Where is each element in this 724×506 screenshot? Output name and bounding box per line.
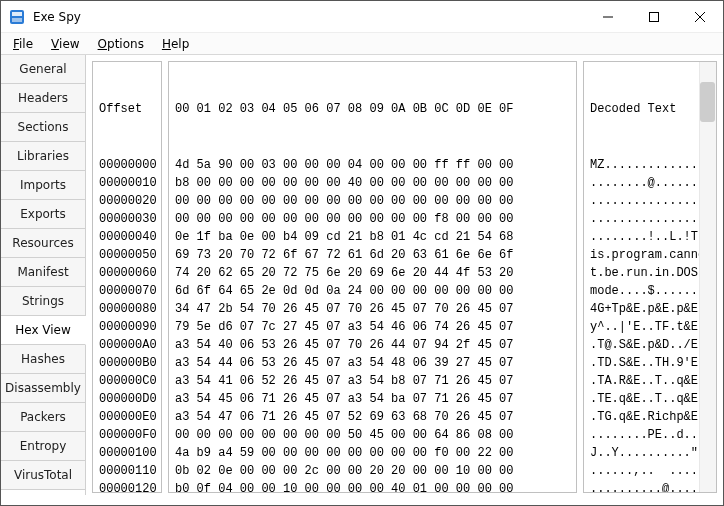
decoded-cell[interactable]: MZ..............	[590, 156, 693, 174]
scrollbar-track[interactable]	[699, 62, 716, 492]
offset-cell[interactable]: 000000A0	[99, 336, 155, 354]
menu-view[interactable]: View	[43, 35, 87, 53]
decoded-cell[interactable]: ......,.. .....	[590, 462, 693, 480]
offset-cell[interactable]: 00000030	[99, 210, 155, 228]
titlebar: Exe Spy	[1, 1, 723, 33]
close-button[interactable]	[677, 1, 723, 33]
tab-exports[interactable]: Exports	[1, 200, 85, 229]
statusbar	[1, 495, 723, 505]
hex-cell[interactable]: 00 00 00 00 00 00 00 00 50 45 00 00 64 8…	[175, 426, 570, 444]
offset-cell[interactable]: 00000000	[99, 156, 155, 174]
tab-virustotal[interactable]: VirusTotal	[1, 461, 85, 490]
offset-cell[interactable]: 00000010	[99, 174, 155, 192]
hex-cell[interactable]: 74 20 62 65 20 72 75 6e 20 69 6e 20 44 4…	[175, 264, 570, 282]
tab-resources[interactable]: Resources	[1, 229, 85, 258]
decoded-cell[interactable]: ........!..L.!Th	[590, 228, 693, 246]
tab-libraries[interactable]: Libraries	[1, 142, 85, 171]
hex-rows: 4d 5a 90 00 03 00 00 00 04 00 00 00 ff f…	[175, 156, 570, 493]
menu-file[interactable]: File	[5, 35, 41, 53]
decoded-cell[interactable]: is.program.canno	[590, 246, 693, 264]
hex-cell[interactable]: b8 00 00 00 00 00 00 00 40 00 00 00 00 0…	[175, 174, 570, 192]
hex-cell[interactable]: 00 00 00 00 00 00 00 00 00 00 00 00 f8 0…	[175, 210, 570, 228]
hex-cell[interactable]: 4a b9 a4 59 00 00 00 00 00 00 00 00 f0 0…	[175, 444, 570, 462]
menubar: FileViewOptionsHelp	[1, 33, 723, 55]
hex-cell[interactable]: b0 0f 04 00 00 10 00 00 00 00 40 01 00 0…	[175, 480, 570, 493]
hex-cell[interactable]: 6d 6f 64 65 2e 0d 0d 0a 24 00 00 00 00 0…	[175, 282, 570, 300]
tab-manifest[interactable]: Manifest	[1, 258, 85, 287]
tab-disassembly[interactable]: Disassembly	[1, 374, 85, 403]
hex-cell[interactable]: a3 54 41 06 52 26 45 07 a3 54 b8 07 71 2…	[175, 372, 570, 390]
offset-cell[interactable]: 00000100	[99, 444, 155, 462]
window-title: Exe Spy	[33, 10, 585, 24]
offset-cell[interactable]: 000000B0	[99, 354, 155, 372]
decoded-cell[interactable]: 4G+Tp&E.p&E.p&E.	[590, 300, 693, 318]
maximize-button[interactable]	[631, 1, 677, 33]
minimize-button[interactable]	[585, 1, 631, 33]
decoded-cell[interactable]: ................	[590, 192, 693, 210]
menu-help[interactable]: Help	[154, 35, 197, 53]
tab-hashes[interactable]: Hashes	[1, 345, 85, 374]
decoded-rows: MZ......................@...............…	[590, 156, 693, 493]
hex-cell[interactable]: 00 00 00 00 00 00 00 00 00 00 00 00 00 0…	[175, 192, 570, 210]
tab-hex-view[interactable]: Hex View	[1, 316, 86, 345]
tab-general[interactable]: General	[1, 55, 85, 84]
offset-cell[interactable]: 000000C0	[99, 372, 155, 390]
offset-cell[interactable]: 00000050	[99, 246, 155, 264]
decoded-header: Decoded Text	[590, 100, 693, 118]
offset-cell[interactable]: 00000070	[99, 282, 155, 300]
decoded-cell[interactable]: mode....$.......	[590, 282, 693, 300]
decoded-cell[interactable]: J..Y..........".	[590, 444, 693, 462]
decoded-cell[interactable]: ........@.......	[590, 174, 693, 192]
offset-cell[interactable]: 00000060	[99, 264, 155, 282]
decoded-cell[interactable]: .TG.q&E.Richp&E.	[590, 408, 693, 426]
hex-cell[interactable]: a3 54 47 06 71 26 45 07 52 69 63 68 70 2…	[175, 408, 570, 426]
hex-pane: 00 01 02 03 04 05 06 07 08 09 0A 0B 0C 0…	[168, 61, 577, 493]
decoded-cell[interactable]: y^..|'E..TF.t&E.	[590, 318, 693, 336]
svg-rect-1	[12, 12, 22, 16]
offset-rows: 0000000000000010000000200000003000000040…	[99, 156, 155, 493]
decoded-cell[interactable]: .TE.q&E..T..q&E.	[590, 390, 693, 408]
hex-cell[interactable]: a3 54 44 06 53 26 45 07 a3 54 48 06 39 2…	[175, 354, 570, 372]
hex-header: 00 01 02 03 04 05 06 07 08 09 0A 0B 0C 0…	[175, 100, 570, 118]
decoded-cell[interactable]: ................	[590, 210, 693, 228]
decoded-cell[interactable]: ........PE..d...	[590, 426, 693, 444]
tab-packers[interactable]: Packers	[1, 403, 85, 432]
hex-cell[interactable]: 79 5e d6 07 7c 27 45 07 a3 54 46 06 74 2…	[175, 318, 570, 336]
offset-cell[interactable]: 00000090	[99, 318, 155, 336]
offset-cell[interactable]: 000000E0	[99, 408, 155, 426]
menu-options[interactable]: Options	[90, 35, 152, 53]
hex-view-content: Offset 000000000000001000000020000000300…	[86, 55, 723, 495]
offset-cell[interactable]: 00000020	[99, 192, 155, 210]
app-icon	[9, 9, 25, 25]
decoded-cell[interactable]: .TA.R&E..T..q&E.	[590, 372, 693, 390]
hex-cell[interactable]: 69 73 20 70 72 6f 67 72 61 6d 20 63 61 6…	[175, 246, 570, 264]
hex-cell[interactable]: 0b 02 0e 00 00 00 2c 00 00 20 20 00 00 1…	[175, 462, 570, 480]
tab-headers[interactable]: Headers	[1, 84, 85, 113]
window-controls	[585, 1, 723, 33]
tab-entropy[interactable]: Entropy	[1, 432, 85, 461]
hex-cell[interactable]: 4d 5a 90 00 03 00 00 00 04 00 00 00 ff f…	[175, 156, 570, 174]
hex-cell[interactable]: 0e 1f ba 0e 00 b4 09 cd 21 b8 01 4c cd 2…	[175, 228, 570, 246]
hex-cell[interactable]: a3 54 45 06 71 26 45 07 a3 54 ba 07 71 2…	[175, 390, 570, 408]
svg-rect-4	[650, 12, 659, 21]
offset-cell[interactable]: 000000D0	[99, 390, 155, 408]
tab-imports[interactable]: Imports	[1, 171, 85, 200]
offset-cell[interactable]: 00000110	[99, 462, 155, 480]
tab-strings[interactable]: Strings	[1, 287, 85, 316]
decoded-cell[interactable]: .T@.S&E.p&D../E.	[590, 336, 693, 354]
offset-pane: Offset 000000000000001000000020000000300…	[92, 61, 162, 493]
offset-cell[interactable]: 00000120	[99, 480, 155, 493]
decoded-cell[interactable]: t.be.run.in.DOS.	[590, 264, 693, 282]
hex-cell[interactable]: a3 54 40 06 53 26 45 07 70 26 44 07 94 2…	[175, 336, 570, 354]
svg-rect-2	[12, 18, 22, 22]
tab-sections[interactable]: Sections	[1, 113, 85, 142]
offset-cell[interactable]: 000000F0	[99, 426, 155, 444]
scrollbar-thumb[interactable]	[700, 82, 715, 122]
offset-cell[interactable]: 00000040	[99, 228, 155, 246]
decoded-pane: Decoded Text MZ......................@..…	[583, 61, 717, 493]
decoded-cell[interactable]: ..........@.....	[590, 480, 693, 493]
app-window: Exe Spy FileViewOptionsHelp GeneralHeade…	[0, 0, 724, 506]
offset-cell[interactable]: 00000080	[99, 300, 155, 318]
hex-cell[interactable]: 34 47 2b 54 70 26 45 07 70 26 45 07 70 2…	[175, 300, 570, 318]
decoded-cell[interactable]: .TD.S&E..TH.9'E.	[590, 354, 693, 372]
